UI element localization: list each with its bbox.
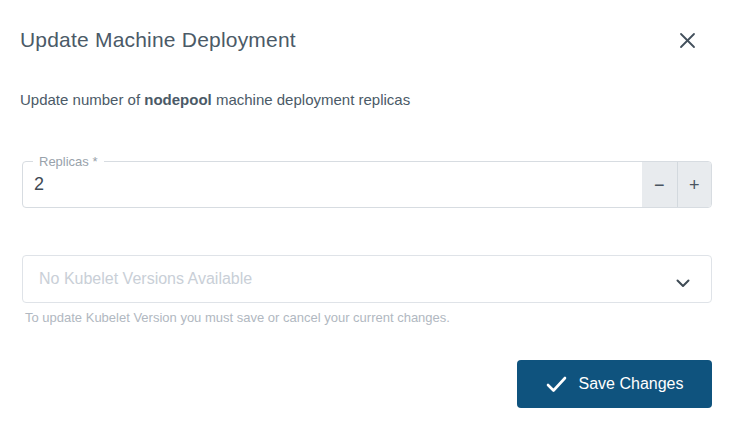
kubelet-helper-text: To update Kubelet Version you must save … (25, 310, 450, 325)
description-suffix: machine deployment replicas (212, 91, 410, 108)
plus-icon: + (689, 175, 700, 195)
check-icon (546, 376, 567, 393)
kubelet-select-placeholder: No Kubelet Versions Available (23, 270, 252, 288)
decrement-button[interactable]: − (642, 162, 677, 207)
close-icon (679, 32, 696, 52)
chevron-down-icon (676, 274, 690, 292)
replicas-field: Replicas * − + (22, 161, 712, 208)
dialog-title: Update Machine Deployment (20, 28, 296, 52)
kubelet-version-select[interactable]: No Kubelet Versions Available (22, 255, 712, 303)
save-changes-button[interactable]: Save Changes (517, 360, 712, 408)
save-changes-label: Save Changes (579, 375, 684, 393)
description-prefix: Update number of (20, 91, 144, 108)
dialog-description: Update number of nodepool machine deploy… (20, 91, 410, 108)
replicas-stepper: − + (642, 162, 711, 207)
replicas-input[interactable] (23, 162, 639, 207)
increment-button[interactable]: + (677, 162, 712, 207)
minus-icon: − (654, 175, 665, 195)
close-button[interactable] (674, 29, 700, 55)
description-nodepool: nodepool (144, 91, 212, 108)
